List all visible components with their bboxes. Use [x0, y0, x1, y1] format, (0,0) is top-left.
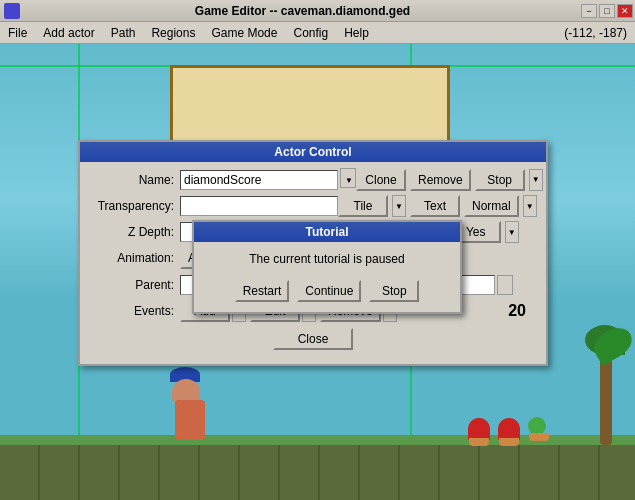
menu-regions[interactable]: Regions [143, 24, 203, 42]
name-row: Name: Clone Remove Stop ▼ [90, 168, 536, 191]
text-button[interactable]: Text [410, 195, 460, 217]
close-button[interactable]: Close [273, 328, 353, 350]
clone-button[interactable]: Clone [356, 169, 406, 191]
continue-button[interactable]: Continue [297, 280, 361, 302]
tile-button[interactable]: Tile [338, 195, 388, 217]
menu-game-mode[interactable]: Game Mode [203, 24, 285, 42]
character-body [175, 400, 205, 440]
normal-button[interactable]: Normal [464, 195, 519, 217]
actor-dialog-title: Actor Control [80, 142, 546, 162]
window-title: Game Editor -- caveman.diamond.ged [24, 4, 581, 18]
events-label: Events: [90, 304, 180, 318]
name-label: Name: [90, 173, 180, 187]
close-button[interactable]: ✕ [617, 4, 633, 18]
menubar: File Add actor Path Regions Game Mode Co… [0, 22, 635, 44]
window-titlebar: Game Editor -- caveman.diamond.ged − □ ✕ [0, 0, 635, 22]
minimize-button[interactable]: − [581, 4, 597, 18]
events-count: 20 [508, 302, 526, 320]
enemy-1 [468, 418, 490, 440]
transparency-row: Transparency: Tile ▼ Text Normal ▼ [90, 195, 536, 217]
restart-button[interactable]: Restart [235, 280, 290, 302]
tutorial-message: The current tutorial is paused [194, 242, 460, 276]
enemy-3 [528, 417, 546, 435]
parent-label: Parent: [90, 278, 180, 292]
transparency-label: Transparency: [90, 199, 180, 213]
ground [0, 445, 635, 500]
tutorial-buttons: Restart Continue Stop [194, 276, 460, 312]
close-row: Close [90, 322, 536, 358]
stop-button[interactable]: Stop [475, 169, 525, 191]
remove-button[interactable]: Remove [410, 169, 471, 191]
maximize-button[interactable]: □ [599, 4, 615, 18]
tutorial-dialog-title: Tutorial [194, 222, 460, 242]
transparency-input[interactable] [180, 196, 338, 216]
enemy-2 [498, 418, 520, 440]
menu-file[interactable]: File [0, 24, 35, 42]
menu-add-actor[interactable]: Add actor [35, 24, 102, 42]
name-input[interactable] [180, 170, 338, 190]
animation-label: Animation: [90, 251, 180, 265]
tutorial-stop-button[interactable]: Stop [369, 280, 419, 302]
menu-config[interactable]: Config [285, 24, 336, 42]
app-icon [4, 3, 20, 19]
palm-tree [585, 325, 625, 445]
tutorial-dialog: Tutorial The current tutorial is paused … [192, 220, 462, 314]
coords-display: (-112, -187) [556, 24, 635, 42]
menu-path[interactable]: Path [103, 24, 144, 42]
menu-help[interactable]: Help [336, 24, 377, 42]
zdepth-label: Z Depth: [90, 225, 180, 239]
